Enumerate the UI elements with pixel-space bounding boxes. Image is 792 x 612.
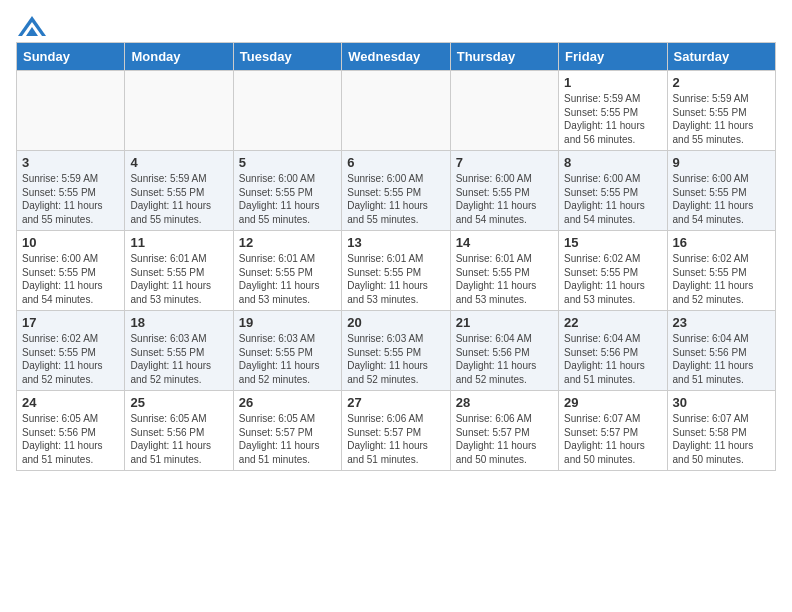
calendar-cell: 29Sunrise: 6:07 AM Sunset: 5:57 PM Dayli… xyxy=(559,391,667,471)
day-number: 14 xyxy=(456,235,553,250)
calendar-cell: 22Sunrise: 6:04 AM Sunset: 5:56 PM Dayli… xyxy=(559,311,667,391)
day-number: 24 xyxy=(22,395,119,410)
day-info: Sunrise: 5:59 AM Sunset: 5:55 PM Dayligh… xyxy=(130,172,227,226)
day-number: 29 xyxy=(564,395,661,410)
calendar-cell: 3Sunrise: 5:59 AM Sunset: 5:55 PM Daylig… xyxy=(17,151,125,231)
day-info: Sunrise: 6:01 AM Sunset: 5:55 PM Dayligh… xyxy=(456,252,553,306)
day-info: Sunrise: 6:01 AM Sunset: 5:55 PM Dayligh… xyxy=(130,252,227,306)
calendar-cell xyxy=(233,71,341,151)
calendar-header-friday: Friday xyxy=(559,43,667,71)
calendar-week-row-4: 17Sunrise: 6:02 AM Sunset: 5:55 PM Dayli… xyxy=(17,311,776,391)
day-info: Sunrise: 6:02 AM Sunset: 5:55 PM Dayligh… xyxy=(564,252,661,306)
day-number: 19 xyxy=(239,315,336,330)
calendar-cell xyxy=(342,71,450,151)
day-info: Sunrise: 6:01 AM Sunset: 5:55 PM Dayligh… xyxy=(347,252,444,306)
calendar-header-monday: Monday xyxy=(125,43,233,71)
calendar-cell: 10Sunrise: 6:00 AM Sunset: 5:55 PM Dayli… xyxy=(17,231,125,311)
day-info: Sunrise: 6:00 AM Sunset: 5:55 PM Dayligh… xyxy=(564,172,661,226)
day-info: Sunrise: 6:03 AM Sunset: 5:55 PM Dayligh… xyxy=(347,332,444,386)
calendar-cell: 8Sunrise: 6:00 AM Sunset: 5:55 PM Daylig… xyxy=(559,151,667,231)
day-info: Sunrise: 5:59 AM Sunset: 5:55 PM Dayligh… xyxy=(22,172,119,226)
calendar-header-saturday: Saturday xyxy=(667,43,775,71)
logo xyxy=(16,16,46,32)
calendar-cell: 21Sunrise: 6:04 AM Sunset: 5:56 PM Dayli… xyxy=(450,311,558,391)
calendar-cell: 7Sunrise: 6:00 AM Sunset: 5:55 PM Daylig… xyxy=(450,151,558,231)
page-header xyxy=(16,16,776,32)
day-number: 4 xyxy=(130,155,227,170)
day-info: Sunrise: 6:04 AM Sunset: 5:56 PM Dayligh… xyxy=(673,332,770,386)
day-number: 27 xyxy=(347,395,444,410)
calendar-week-row-1: 1Sunrise: 5:59 AM Sunset: 5:55 PM Daylig… xyxy=(17,71,776,151)
day-number: 18 xyxy=(130,315,227,330)
calendar-cell: 30Sunrise: 6:07 AM Sunset: 5:58 PM Dayli… xyxy=(667,391,775,471)
day-info: Sunrise: 6:05 AM Sunset: 5:56 PM Dayligh… xyxy=(130,412,227,466)
day-info: Sunrise: 6:06 AM Sunset: 5:57 PM Dayligh… xyxy=(347,412,444,466)
day-info: Sunrise: 6:00 AM Sunset: 5:55 PM Dayligh… xyxy=(456,172,553,226)
day-info: Sunrise: 5:59 AM Sunset: 5:55 PM Dayligh… xyxy=(673,92,770,146)
day-number: 25 xyxy=(130,395,227,410)
day-info: Sunrise: 6:02 AM Sunset: 5:55 PM Dayligh… xyxy=(22,332,119,386)
calendar-cell: 19Sunrise: 6:03 AM Sunset: 5:55 PM Dayli… xyxy=(233,311,341,391)
day-number: 20 xyxy=(347,315,444,330)
calendar-header-tuesday: Tuesday xyxy=(233,43,341,71)
day-number: 1 xyxy=(564,75,661,90)
day-info: Sunrise: 6:00 AM Sunset: 5:55 PM Dayligh… xyxy=(239,172,336,226)
day-number: 13 xyxy=(347,235,444,250)
day-number: 6 xyxy=(347,155,444,170)
calendar-cell: 2Sunrise: 5:59 AM Sunset: 5:55 PM Daylig… xyxy=(667,71,775,151)
day-info: Sunrise: 6:04 AM Sunset: 5:56 PM Dayligh… xyxy=(564,332,661,386)
day-info: Sunrise: 6:00 AM Sunset: 5:55 PM Dayligh… xyxy=(673,172,770,226)
calendar-header-thursday: Thursday xyxy=(450,43,558,71)
day-number: 30 xyxy=(673,395,770,410)
calendar-week-row-5: 24Sunrise: 6:05 AM Sunset: 5:56 PM Dayli… xyxy=(17,391,776,471)
calendar-cell: 9Sunrise: 6:00 AM Sunset: 5:55 PM Daylig… xyxy=(667,151,775,231)
day-info: Sunrise: 6:03 AM Sunset: 5:55 PM Dayligh… xyxy=(130,332,227,386)
day-info: Sunrise: 6:00 AM Sunset: 5:55 PM Dayligh… xyxy=(347,172,444,226)
calendar-table: SundayMondayTuesdayWednesdayThursdayFrid… xyxy=(16,42,776,471)
calendar-cell: 6Sunrise: 6:00 AM Sunset: 5:55 PM Daylig… xyxy=(342,151,450,231)
calendar-week-row-2: 3Sunrise: 5:59 AM Sunset: 5:55 PM Daylig… xyxy=(17,151,776,231)
day-number: 15 xyxy=(564,235,661,250)
day-number: 21 xyxy=(456,315,553,330)
calendar-cell xyxy=(450,71,558,151)
calendar-cell: 25Sunrise: 6:05 AM Sunset: 5:56 PM Dayli… xyxy=(125,391,233,471)
day-info: Sunrise: 6:07 AM Sunset: 5:57 PM Dayligh… xyxy=(564,412,661,466)
day-number: 10 xyxy=(22,235,119,250)
calendar-header-wednesday: Wednesday xyxy=(342,43,450,71)
day-number: 12 xyxy=(239,235,336,250)
day-number: 5 xyxy=(239,155,336,170)
day-number: 3 xyxy=(22,155,119,170)
calendar-header-sunday: Sunday xyxy=(17,43,125,71)
calendar-cell: 26Sunrise: 6:05 AM Sunset: 5:57 PM Dayli… xyxy=(233,391,341,471)
calendar-cell: 15Sunrise: 6:02 AM Sunset: 5:55 PM Dayli… xyxy=(559,231,667,311)
calendar-cell: 28Sunrise: 6:06 AM Sunset: 5:57 PM Dayli… xyxy=(450,391,558,471)
day-info: Sunrise: 6:06 AM Sunset: 5:57 PM Dayligh… xyxy=(456,412,553,466)
day-info: Sunrise: 6:00 AM Sunset: 5:55 PM Dayligh… xyxy=(22,252,119,306)
day-number: 17 xyxy=(22,315,119,330)
calendar-cell xyxy=(17,71,125,151)
day-number: 26 xyxy=(239,395,336,410)
day-info: Sunrise: 6:05 AM Sunset: 5:56 PM Dayligh… xyxy=(22,412,119,466)
day-info: Sunrise: 5:59 AM Sunset: 5:55 PM Dayligh… xyxy=(564,92,661,146)
day-info: Sunrise: 6:04 AM Sunset: 5:56 PM Dayligh… xyxy=(456,332,553,386)
calendar-cell: 24Sunrise: 6:05 AM Sunset: 5:56 PM Dayli… xyxy=(17,391,125,471)
calendar-cell: 16Sunrise: 6:02 AM Sunset: 5:55 PM Dayli… xyxy=(667,231,775,311)
calendar-cell: 12Sunrise: 6:01 AM Sunset: 5:55 PM Dayli… xyxy=(233,231,341,311)
day-info: Sunrise: 6:07 AM Sunset: 5:58 PM Dayligh… xyxy=(673,412,770,466)
calendar-cell: 5Sunrise: 6:00 AM Sunset: 5:55 PM Daylig… xyxy=(233,151,341,231)
calendar-cell: 23Sunrise: 6:04 AM Sunset: 5:56 PM Dayli… xyxy=(667,311,775,391)
logo-icon xyxy=(18,16,46,36)
calendar-week-row-3: 10Sunrise: 6:00 AM Sunset: 5:55 PM Dayli… xyxy=(17,231,776,311)
day-info: Sunrise: 6:02 AM Sunset: 5:55 PM Dayligh… xyxy=(673,252,770,306)
calendar-cell xyxy=(125,71,233,151)
calendar-cell: 1Sunrise: 5:59 AM Sunset: 5:55 PM Daylig… xyxy=(559,71,667,151)
day-number: 2 xyxy=(673,75,770,90)
day-info: Sunrise: 6:05 AM Sunset: 5:57 PM Dayligh… xyxy=(239,412,336,466)
calendar-cell: 14Sunrise: 6:01 AM Sunset: 5:55 PM Dayli… xyxy=(450,231,558,311)
calendar-cell: 11Sunrise: 6:01 AM Sunset: 5:55 PM Dayli… xyxy=(125,231,233,311)
day-number: 23 xyxy=(673,315,770,330)
day-number: 7 xyxy=(456,155,553,170)
calendar-header-row: SundayMondayTuesdayWednesdayThursdayFrid… xyxy=(17,43,776,71)
day-number: 9 xyxy=(673,155,770,170)
day-number: 16 xyxy=(673,235,770,250)
